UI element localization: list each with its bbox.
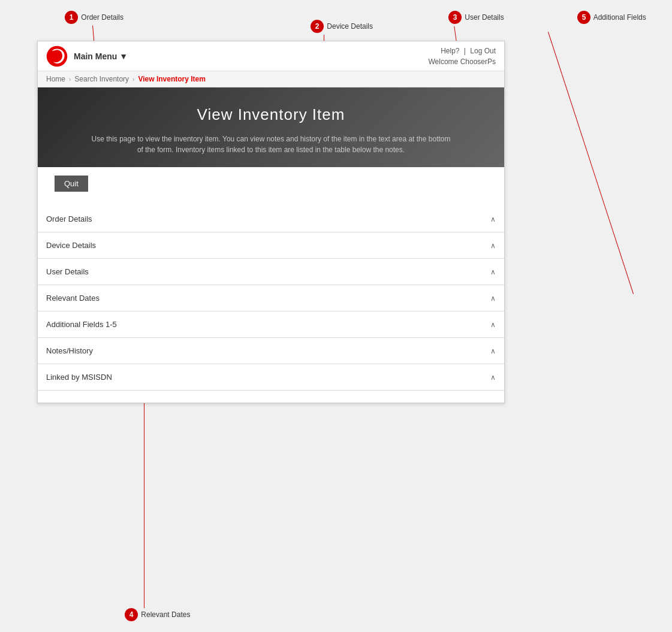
annotation-line-5 xyxy=(548,32,634,294)
dropdown-arrow-icon: ▼ xyxy=(119,52,128,61)
annotation-additional-fields: 5 Additional Fields xyxy=(577,11,646,24)
accordion-label-notes-history: Notes/History xyxy=(46,346,93,355)
main-container: Main Menu ▼ Help? | Log Out Welcome Choo… xyxy=(37,41,505,403)
breadcrumb-sep-2: › xyxy=(132,76,134,83)
badge-2: 2 xyxy=(311,20,324,33)
annotation-user-details: 3 User Details xyxy=(448,11,504,24)
chevron-up-icon-additional-fields: ∧ xyxy=(490,320,496,329)
accordion-relevant-dates: Relevant Dates ∧ xyxy=(38,285,504,312)
nav-right: Help? | Log Out Welcome ChooserPs xyxy=(429,46,496,67)
chevron-up-icon-user-details: ∧ xyxy=(490,268,496,276)
breadcrumb: Home › Search Inventory › View Inventory… xyxy=(38,71,504,87)
nav-left: Main Menu ▼ xyxy=(46,46,128,67)
hero-banner: View Inventory Item Use this page to vie… xyxy=(38,87,504,167)
chevron-up-icon-relevant-dates: ∧ xyxy=(490,294,496,303)
badge-4: 4 xyxy=(125,608,138,621)
annotation-device-details: 2 Device Details xyxy=(311,20,373,33)
chevron-up-icon-order-details: ∧ xyxy=(490,215,496,223)
accordion-header-user-details[interactable]: User Details ∧ xyxy=(38,259,504,285)
logout-link[interactable]: Log Out xyxy=(470,47,496,55)
accordion-user-details: User Details ∧ xyxy=(38,259,504,285)
chevron-up-icon-notes-history: ∧ xyxy=(490,347,496,355)
breadcrumb-sep-1: › xyxy=(69,76,71,83)
nav-separator: | xyxy=(464,47,466,55)
accordion-linked-msisdn: Linked by MSISDN ∧ xyxy=(38,364,504,391)
breadcrumb-view-inventory-item: View Inventory Item xyxy=(138,75,205,83)
accordion-header-device-details[interactable]: Device Details ∧ xyxy=(38,232,504,258)
accordion-label-device-details: Device Details xyxy=(46,241,96,250)
annotation-relevant-dates: 4 Relevant Dates xyxy=(125,608,190,621)
annotation-order-details: 1 Order Details xyxy=(65,11,123,24)
badge-1: 1 xyxy=(65,11,78,24)
accordion-device-details: Device Details ∧ xyxy=(38,232,504,259)
accordion-order-details: Order Details ∧ xyxy=(38,206,504,232)
accordion-label-user-details: User Details xyxy=(46,267,89,276)
accordion-label-additional-fields: Additional Fields 1-5 xyxy=(46,320,117,329)
hero-description: Use this page to view the inventory item… xyxy=(91,134,451,155)
chevron-up-icon-device-details: ∧ xyxy=(490,241,496,250)
breadcrumb-search-inventory[interactable]: Search Inventory xyxy=(74,75,129,83)
vodafone-logo xyxy=(46,46,68,67)
hero-title: View Inventory Item xyxy=(50,105,492,124)
accordion-header-linked-msisdn[interactable]: Linked by MSISDN ∧ xyxy=(38,364,504,390)
accordion-header-additional-fields[interactable]: Additional Fields 1-5 ∧ xyxy=(38,312,504,337)
main-menu[interactable]: Main Menu ▼ xyxy=(74,52,128,61)
help-link[interactable]: Help? xyxy=(441,47,459,55)
accordion-notes-history: Notes/History ∧ xyxy=(38,338,504,364)
accordion-label-relevant-dates: Relevant Dates xyxy=(46,294,100,303)
accordion-additional-fields: Additional Fields 1-5 ∧ xyxy=(38,312,504,338)
top-nav: Main Menu ▼ Help? | Log Out Welcome Choo… xyxy=(38,41,504,71)
badge-3: 3 xyxy=(448,11,462,24)
chevron-up-icon-linked-msisdn: ∧ xyxy=(490,373,496,382)
content-area: Quit Order Details ∧ Device Details ∧ Us… xyxy=(38,167,504,403)
breadcrumb-home[interactable]: Home xyxy=(46,75,65,83)
accordion-header-relevant-dates[interactable]: Relevant Dates ∧ xyxy=(38,285,504,311)
accordion-header-notes-history[interactable]: Notes/History ∧ xyxy=(38,338,504,364)
accordion-label-linked-msisdn: Linked by MSISDN xyxy=(46,373,112,382)
badge-5: 5 xyxy=(577,11,590,24)
welcome-text: Welcome ChooserPs xyxy=(429,56,496,67)
accordion-label-order-details: Order Details xyxy=(46,214,92,223)
quit-button[interactable]: Quit xyxy=(55,176,88,192)
accordion-header-order-details[interactable]: Order Details ∧ xyxy=(38,206,504,232)
